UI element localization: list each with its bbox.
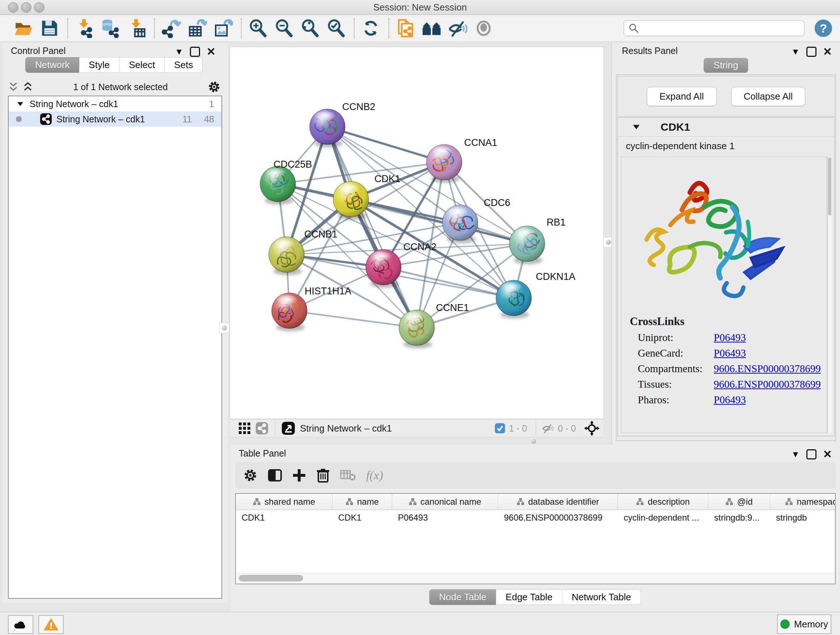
crosslink-value-link[interactable]: 9606.ENSP00000378699 <box>714 378 821 390</box>
hidden-eye-icon[interactable] <box>541 423 554 434</box>
table-cell[interactable]: P06493 <box>392 513 498 523</box>
new-annotation-icon[interactable] <box>395 18 416 39</box>
column-header-namespace[interactable]: namespace <box>770 494 836 510</box>
export-network-icon[interactable] <box>161 18 182 39</box>
network-node-CCNE1[interactable]: CCNE1 <box>399 302 469 348</box>
window-title: Session: New Session <box>0 0 840 14</box>
import-network-icon[interactable] <box>74 18 95 39</box>
minimize-window-button[interactable] <box>21 2 32 13</box>
save-session-icon[interactable] <box>39 18 60 39</box>
expand-all-chevron-icon[interactable] <box>8 81 19 93</box>
help-button[interactable]: ? <box>815 19 832 37</box>
table-cell[interactable]: cyclin-dependent ... <box>618 513 708 523</box>
table-cell[interactable]: stringdb:9... <box>708 513 770 523</box>
collapse-panel-icon[interactable]: ▼ <box>175 48 183 56</box>
results-scrollbar[interactable] <box>827 157 832 433</box>
grid-view-icon[interactable] <box>237 420 253 436</box>
add-column-icon[interactable] <box>292 469 306 482</box>
table-cell[interactable]: stringdb <box>770 513 836 523</box>
export-table-icon[interactable] <box>187 18 208 39</box>
column-header-name[interactable]: name <box>332 494 392 510</box>
zoom-selected-icon[interactable] <box>325 18 347 39</box>
import-network-database-icon[interactable] <box>100 18 121 39</box>
zoom-in-icon[interactable] <box>248 18 268 39</box>
collapse-all-chevron-icon[interactable] <box>22 81 33 93</box>
tab-edge-table[interactable]: Edge Table <box>496 589 562 605</box>
close-window-button[interactable] <box>8 2 19 13</box>
network-edge-HIST1H1A-CCNE1[interactable] <box>289 310 417 328</box>
left-splitter-handle[interactable] <box>219 323 229 333</box>
float-panel-icon[interactable] <box>806 449 816 459</box>
tab-network-table[interactable]: Network Table <box>562 589 641 605</box>
tab-node-table[interactable]: Node Table <box>429 589 496 605</box>
crosslink-value-link[interactable]: P06493 <box>714 347 746 359</box>
tab-sets[interactable]: Sets <box>164 57 202 73</box>
column-header-description[interactable]: description <box>618 494 708 510</box>
entry-expanded-arrow-icon[interactable] <box>632 124 640 130</box>
birds-eye-view-icon[interactable] <box>280 420 296 436</box>
import-table-icon[interactable] <box>126 18 147 39</box>
zoom-fit-icon[interactable] <box>300 18 321 39</box>
cloud-status-button[interactable] <box>8 615 33 634</box>
crosslink-value-link[interactable]: P06493 <box>714 394 746 406</box>
network-collection-row[interactable]: String Network – cdk1 1 <box>9 96 221 111</box>
table-cell[interactable]: CDK1 <box>236 513 332 523</box>
show-hide-icon[interactable] <box>447 18 468 39</box>
crosslink-value-link[interactable]: P06493 <box>714 332 746 344</box>
tab-string[interactable]: String <box>704 58 748 73</box>
pan-crosshair-icon[interactable] <box>583 420 600 436</box>
network-node-CDK1[interactable]: CDK1 <box>333 173 401 220</box>
network-node-CCNB1[interactable]: CCNB1 <box>269 229 338 275</box>
export-image-icon[interactable] <box>213 18 234 39</box>
refresh-icon[interactable] <box>360 18 381 39</box>
column-header-canonical-name[interactable]: canonical name <box>392 494 498 510</box>
collapse-panel-icon[interactable]: ▼ <box>791 450 800 459</box>
collection-expanded-arrow-icon[interactable] <box>17 101 24 107</box>
network-node-CDKN1A[interactable]: CDKN1A <box>496 271 576 318</box>
table-options-gear-icon[interactable] <box>243 468 257 483</box>
open-file-icon[interactable] <box>13 18 34 39</box>
zoom-out-icon[interactable] <box>273 18 294 39</box>
network-node-HIST1H1A[interactable]: HIST1H1A <box>272 286 351 331</box>
gene-entry-header[interactable]: CDK1 <box>618 118 834 137</box>
network-edge-CCNB2-CCNE1[interactable] <box>327 127 417 328</box>
table-row[interactable]: CDK1CDK1P064939606.ENSP00000378699cyclin… <box>236 510 835 525</box>
string-view-icon[interactable] <box>254 420 270 436</box>
column-header-shared-name[interactable]: shared name <box>236 494 332 510</box>
table-horizontal-scrollbar[interactable] <box>237 573 834 583</box>
table-cell[interactable]: CDK1 <box>332 513 392 523</box>
network-node-RB1[interactable]: RB1 <box>509 217 566 264</box>
collapse-panel-icon[interactable]: ▼ <box>791 48 800 56</box>
memory-status-dot-icon <box>780 619 790 629</box>
crosslink-value-link[interactable]: 9606.ENSP00000378699 <box>714 363 821 375</box>
column-header--id[interactable]: @id <box>708 494 770 510</box>
tab-network[interactable]: Network <box>25 57 79 73</box>
warnings-button[interactable] <box>38 615 64 634</box>
network-edge-CCNB2-CCNA1[interactable] <box>327 127 444 162</box>
float-panel-icon[interactable] <box>190 47 200 57</box>
table-cell[interactable]: 9606.ENSP00000378699 <box>498 513 618 523</box>
collapse-all-button[interactable]: Collapse All <box>731 87 806 106</box>
search-input[interactable] <box>639 23 796 34</box>
network-options-gear-icon[interactable] <box>208 80 221 93</box>
tab-style[interactable]: Style <box>79 57 119 73</box>
preview-eye-icon[interactable] <box>473 18 494 39</box>
column-header-database-identifier[interactable]: database identifier <box>498 494 618 510</box>
network-node-CCNA1[interactable]: CCNA1 <box>426 137 497 183</box>
show-columns-icon[interactable] <box>268 468 282 483</box>
expand-all-button[interactable]: Expand All <box>647 87 717 106</box>
close-panel-icon[interactable]: ✕ <box>823 46 832 57</box>
close-panel-icon[interactable]: ✕ <box>207 46 216 57</box>
network-row-selected[interactable]: String Network – cdk1 11 48 <box>9 111 221 127</box>
selected-checkbox-icon[interactable] <box>494 423 505 434</box>
bottom-splitter-handle[interactable] <box>531 439 536 444</box>
zoom-window-button[interactable] <box>34 2 44 13</box>
first-neighbors-icon[interactable] <box>421 18 442 39</box>
delete-column-icon[interactable] <box>316 468 330 483</box>
tab-select[interactable]: Select <box>119 57 164 73</box>
network-canvas[interactable]: CCNB2CCNA1CDC25BCDK1CDC6RB1CCNB1CCNA2CDK… <box>230 47 603 418</box>
float-panel-icon[interactable] <box>806 47 816 57</box>
memory-button[interactable]: Memory <box>777 614 831 634</box>
close-panel-icon[interactable]: ✕ <box>823 449 832 460</box>
network-edge-CCNA2-CDKN1A[interactable] <box>384 267 514 298</box>
